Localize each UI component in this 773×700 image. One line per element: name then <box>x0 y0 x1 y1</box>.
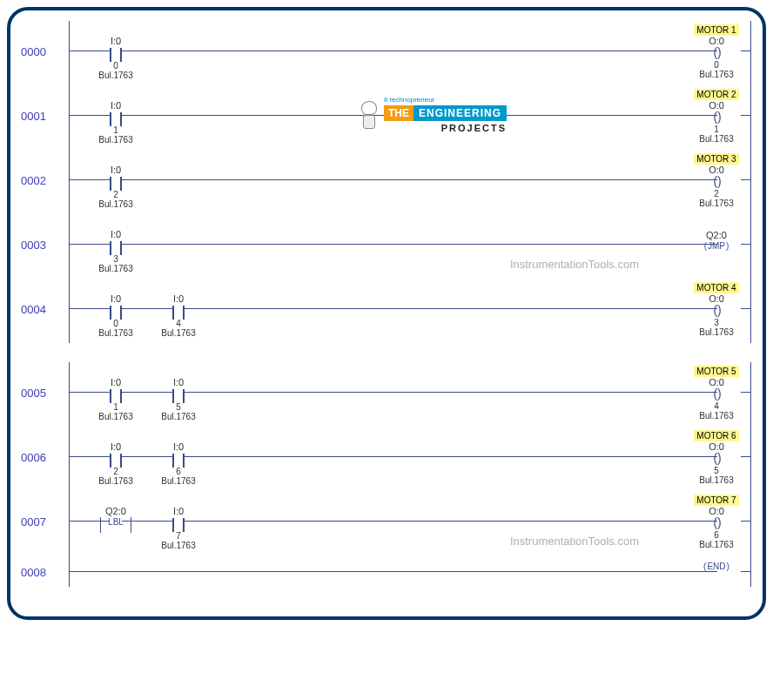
robot-icon <box>356 99 380 131</box>
rung-number: 0008 <box>21 566 46 579</box>
output-coil: MOTOR 2O:0( )1Bul.1763 <box>689 89 743 144</box>
contact-xic: I:04Bul.1763 <box>153 293 204 338</box>
rung-number: 0001 <box>21 110 46 123</box>
logo-engineering: ENGINEERING <box>413 105 507 121</box>
rung: 0006I:02Bul.1763I:06Bul.1763MOTOR 6O:0( … <box>21 427 752 491</box>
label-instruction: Q2:0LBL <box>91 506 141 533</box>
rung-number: 0006 <box>21 451 46 464</box>
rung: 0008END <box>21 555 752 587</box>
rung: 0000I:00Bul.1763MOTOR 1O:0( )0Bul.1763 <box>21 21 752 85</box>
contact-xic: I:00Bul.1763 <box>91 293 141 338</box>
contact-xic: I:02Bul.1763 <box>91 441 141 486</box>
contact-xic: I:02Bul.1763 <box>91 165 141 209</box>
diagram-frame: 0000I:00Bul.1763MOTOR 1O:0( )0Bul.176300… <box>7 7 766 620</box>
logo-the: THE <box>384 105 413 121</box>
rung-number: 0007 <box>21 515 46 528</box>
contact-xic: I:00Bul.1763 <box>91 36 141 80</box>
output-coil: MOTOR 3O:0( )2Bul.1763 <box>689 153 743 208</box>
contact-xic: I:01Bul.1763 <box>91 100 141 145</box>
watermark: InstrumentationTools.com <box>510 258 639 271</box>
rung: 0005I:01Bul.1763I:05Bul.1763MOTOR 5O:0( … <box>21 362 752 427</box>
contact-xic: I:01Bul.1763 <box>91 377 141 421</box>
end-instruction: END <box>689 561 743 575</box>
rung-number: 0005 <box>21 387 46 400</box>
contact-xic: I:07Bul.1763 <box>153 506 204 550</box>
ladder-section-2: 0005I:01Bul.1763I:05Bul.1763MOTOR 5O:0( … <box>21 362 752 587</box>
output-coil: MOTOR 1O:0( )0Bul.1763 <box>689 24 743 79</box>
jump-instruction: Q2:0JMP <box>689 218 743 254</box>
output-coil: MOTOR 5O:0( )4Bul.1763 <box>689 366 743 421</box>
output-coil: MOTOR 6O:0( )5Bul.1763 <box>689 430 743 485</box>
rung: 0004I:00Bul.1763I:04Bul.1763MOTOR 4O:0( … <box>21 279 752 343</box>
contact-xic: I:03Bul.1763 <box>91 229 141 273</box>
logo-tag: # technopreneur <box>384 96 507 104</box>
output-coil: MOTOR 4O:0( )3Bul.1763 <box>689 282 743 337</box>
rung: 0007Q2:0LBLI:07Bul.1763MOTOR 7O:0( )6Bul… <box>21 491 752 555</box>
rung-number: 0004 <box>21 303 46 316</box>
rung: 0002I:02Bul.1763MOTOR 3O:0( )2Bul.1763 <box>21 150 752 214</box>
contact-xic: I:05Bul.1763 <box>153 377 204 421</box>
rung: 0003I:03Bul.1763Q2:0JMPInstrumentationTo… <box>21 214 752 279</box>
rung-number: 0003 <box>21 239 46 252</box>
ladder-section-1: 0000I:00Bul.1763MOTOR 1O:0( )0Bul.176300… <box>21 21 752 343</box>
output-coil: MOTOR 7O:0( )6Bul.1763 <box>689 495 743 549</box>
rung: 0001I:01Bul.1763MOTOR 2O:0( )1Bul.1763 #… <box>21 85 752 150</box>
rung-number: 0002 <box>21 174 46 187</box>
logo-projects: PROJECTS <box>384 123 507 133</box>
contact-xic: I:06Bul.1763 <box>153 441 204 486</box>
rung-number: 0000 <box>21 45 46 58</box>
engineering-projects-logo: # technopreneur THE ENGINEERING PROJECTS <box>356 96 507 133</box>
watermark: InstrumentationTools.com <box>510 535 639 548</box>
